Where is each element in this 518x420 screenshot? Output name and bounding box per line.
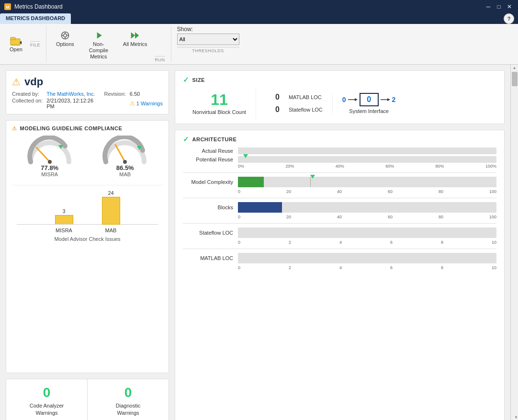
warnings-label[interactable]: Warnings [141,101,163,106]
svg-marker-12 [97,32,102,38]
warnings-icon: ⚠ [130,100,135,107]
app-title: Metrics Dashboard [14,3,63,10]
open-button[interactable]: Open [6,34,26,54]
svg-line-15 [36,148,50,162]
collected-value: 2/21/2023, 12:12:26 PM [46,98,100,109]
potential-reuse-label: Potential Reuse [183,157,238,162]
size-section: ✓ SIZE 11 Nonvirtual Block Count 0 MATLA… [175,70,505,124]
collected-label: Collected on: [12,98,43,109]
stateflow-loc-value: 0 [275,105,285,114]
options-label: Options [56,41,74,47]
tab-bar: METRICS DASHBOARD ? [0,13,518,24]
input-arrow-icon [348,97,358,102]
interface-outputs: 2 [392,96,396,103]
matlab-loc-arch-row: MATLAB LOC [183,253,496,263]
misra-gauge: 77.8% MISRA [26,136,74,177]
metrics-dashboard-tab[interactable]: METRICS DASHBOARD [0,13,71,24]
non-compile-icon [93,31,104,40]
warnings-row: 0 Code AnalyzerWarnings 0 DiagnosticWarn… [6,379,169,420]
blocks-fill [238,202,282,213]
system-interface-section: 0 0 2 System Interface [342,93,396,114]
misra-percent: 77.8% [41,164,58,171]
interface-label: System Interface [349,108,389,114]
misra-issues-count: 3 [62,208,65,214]
matlab-loc-value: 0 [275,93,285,102]
svg-rect-3 [11,37,15,40]
run-group: Options Non-CompileMetrics All Metrics R… [46,26,171,62]
architecture-section: ✓ ARCHITECTURE Actual Reuse Potential Re… [175,130,505,420]
mab-label: MAB [119,171,131,177]
svg-marker-24 [387,98,390,101]
stateflow-loc-row: Stateflow LOC [183,227,496,238]
compliance-card: ⚠ MODELING GUIDELINE COMPLIANCE [6,120,169,373]
model-complexity-bar [238,177,496,187]
output-arrow-icon [381,97,390,102]
blocks-label: Blocks [183,204,238,210]
non-compile-button[interactable]: Non-CompileMetrics [82,29,115,62]
diagnostic-count: 0 [93,385,163,400]
scroll-up-arrow[interactable]: ▲ [513,66,517,70]
maab-bar-label: MAB [105,227,117,233]
mab-percent: 86.5% [116,164,134,171]
interface-inputs: 0 [342,96,346,103]
gauges-row: 77.8% MISRA 86.5% [12,136,163,177]
block-count-label: Nonvirtual Block Count [192,109,246,115]
issues-section: 3 MISRA 24 MAB Model Advisor Check Issue… [12,185,163,242]
mab-gauge: 86.5% MAB [101,136,149,177]
options-icon [59,31,71,40]
maximize-button[interactable]: □ [494,3,504,11]
misra-gauge-svg [26,136,74,164]
show-select[interactable]: All [177,34,239,45]
actual-reuse-bar [238,148,496,154]
blocks-axis: 020406080100 [183,215,496,219]
options-button[interactable]: Options [52,29,78,49]
diagnostic-label: DiagnosticWarnings [93,402,163,417]
potential-reuse-row: Potential Reuse [183,156,496,163]
complexity-threshold-line [310,177,311,187]
app-icon: M [4,3,11,11]
misra-label: MISRA [41,171,58,177]
model-warning-icon: ⚠ [12,76,21,88]
code-analyzer-label: Code AnalyzerWarnings [12,402,81,417]
revision-value: 6.50 [130,91,163,97]
actual-reuse-row: Actual Reuse [183,148,496,154]
scrollbar[interactable]: ▲ ▼ [510,65,518,420]
stateflow-loc-label: Stateflow LOC [289,107,323,113]
open-label: Open [10,46,23,52]
model-info-card: ⚠ vdp Created by: The MathWorks, Inc. Re… [6,70,169,114]
svg-marker-13 [131,32,135,38]
file-section-label: FILE [30,41,40,47]
diagnostic-card: 0 DiagnosticWarnings [87,379,169,420]
model-complexity-label: Model Complexity [183,179,238,185]
all-metrics-button[interactable]: All Metrics [119,29,151,49]
model-complexity-row: Model Complexity [183,177,496,187]
misra-bar-label: MISRA [56,227,72,233]
help-button[interactable]: ? [504,13,514,24]
block-count-section: 11 Nonvirtual Block Count [183,88,256,119]
svg-marker-22 [355,98,358,101]
all-metrics-label: All Metrics [123,41,147,47]
svg-point-20 [123,160,127,164]
non-compile-label: Non-CompileMetrics [86,41,112,60]
close-button[interactable]: ✕ [505,3,514,11]
warnings-count[interactable]: 1 [136,101,139,106]
matlab-loc-label: MATLAB LOC [289,94,322,100]
arch-title: ARCHITECTURE [192,136,237,142]
scroll-thumb[interactable] [512,72,518,86]
interface-box: 0 [360,93,379,106]
matlab-axis: 0246810 [183,265,496,270]
svg-marker-14 [135,32,139,38]
misra-issues-bar [55,215,73,225]
file-group: Open FILE [0,26,46,62]
arch-check-icon: ✓ [183,135,190,144]
run-section-label: RUN [155,56,165,62]
svg-line-18 [115,145,125,162]
scroll-down-arrow[interactable]: ▼ [514,415,518,420]
title-bar: M Metrics Dashboard ─ □ ✕ [0,0,518,13]
code-analyzer-count: 0 [12,385,81,400]
svg-point-7 [64,34,67,37]
minimize-button[interactable]: ─ [484,3,493,11]
complexity-axis: 020406080100 [183,189,496,194]
left-panel: ⚠ vdp Created by: The MathWorks, Inc. Re… [0,65,175,420]
matlab-loc-bar [238,253,496,263]
